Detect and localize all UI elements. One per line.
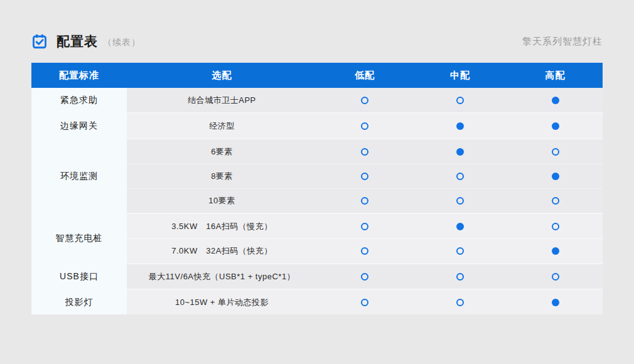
header-optional: 选配	[127, 63, 317, 88]
table-row: 10要素	[127, 188, 603, 213]
config-dot-empty-icon	[552, 273, 559, 281]
mid-config-cell	[412, 88, 508, 112]
series-label: 擎天系列智慧灯柱	[522, 36, 603, 48]
config-dot-empty-icon	[361, 173, 368, 180]
option-cell: 8要素	[127, 164, 317, 188]
config-dot-empty-icon	[361, 97, 368, 104]
table-group: USB接口最大11V/6A快充（USB*1 + typeC*1）	[31, 263, 603, 289]
option-cell: 3.5KW 16A扫码（慢充）	[127, 214, 317, 238]
table-group: 智慧充电桩3.5KW 16A扫码（慢充）7.0KW 32A扫码（快充）	[31, 213, 603, 263]
config-table: 配置标准 选配 低配 中配 高配 紧急求助结合城市卫士APP边缘网关经济型环境监…	[31, 63, 603, 314]
high-config-cell	[508, 214, 603, 238]
category-cell: 紧急求助	[31, 88, 127, 112]
table-row: 经济型	[127, 114, 603, 138]
table-row: 结合城市卫士APP	[127, 88, 603, 112]
config-dot-empty-icon	[456, 173, 464, 180]
option-cell: 7.0KW 32A扫码（快充）	[127, 239, 317, 263]
low-config-cell	[317, 114, 412, 138]
table-row: 3.5KW 16A扫码（慢充）	[127, 214, 603, 238]
config-dot-empty-icon	[361, 273, 368, 281]
mid-config-cell	[412, 290, 508, 314]
header-high-config: 高配	[508, 63, 603, 88]
category-cell: 环境监测	[31, 138, 127, 213]
header-config-standard: 配置标准	[31, 63, 127, 88]
config-dot-empty-icon	[456, 97, 464, 104]
group-rows: 经济型	[127, 114, 603, 138]
config-dot-filled-icon	[456, 122, 464, 130]
config-dot-filled-icon	[552, 247, 559, 255]
config-dot-filled-icon	[552, 299, 559, 306]
option-cell: 6要素	[127, 139, 317, 164]
mid-config-cell	[412, 264, 508, 289]
high-config-cell	[508, 139, 603, 164]
config-dot-empty-icon	[552, 223, 559, 230]
low-config-cell	[317, 164, 412, 188]
low-config-cell	[317, 139, 412, 164]
table-group: 环境监测6要素8要素10要素	[31, 138, 603, 213]
group-rows: 结合城市卫士APP	[127, 88, 603, 112]
high-config-cell	[508, 164, 603, 188]
low-config-cell	[317, 264, 412, 289]
table-header-row: 配置标准 选配 低配 中配 高配	[31, 63, 603, 88]
config-dot-empty-icon	[456, 299, 464, 306]
mid-config-cell	[412, 239, 508, 263]
high-config-cell	[508, 114, 603, 138]
group-rows: 3.5KW 16A扫码（慢充）7.0KW 32A扫码（快充）	[127, 214, 603, 263]
config-dot-empty-icon	[456, 247, 464, 255]
option-cell: 经济型	[127, 114, 317, 138]
low-config-cell	[317, 88, 412, 112]
low-config-cell	[317, 214, 412, 238]
table-body: 紧急求助结合城市卫士APP边缘网关经济型环境监测6要素8要素10要素智慧充电桩3…	[31, 88, 603, 314]
mid-config-cell	[412, 164, 508, 188]
group-rows: 10~15W + 单片动态投影	[127, 290, 603, 314]
table-group: 边缘网关经济型	[31, 112, 603, 138]
group-rows: 6要素8要素10要素	[127, 139, 603, 213]
category-cell: 边缘网关	[31, 112, 127, 138]
high-config-cell	[508, 290, 603, 314]
titlebar: 配置表 （续表） 擎天系列智慧灯柱	[31, 30, 603, 53]
config-dot-filled-icon	[552, 122, 559, 130]
high-config-cell	[508, 189, 603, 213]
mid-config-cell	[412, 114, 508, 138]
config-dot-empty-icon	[361, 247, 368, 255]
calendar-check-icon	[31, 33, 48, 50]
table-group: 投影灯10~15W + 单片动态投影	[31, 289, 603, 314]
config-dot-empty-icon	[361, 299, 368, 306]
table-row: 10~15W + 单片动态投影	[127, 290, 603, 314]
option-cell: 10~15W + 单片动态投影	[127, 290, 317, 314]
config-dot-empty-icon	[361, 197, 368, 205]
low-config-cell	[317, 239, 412, 263]
category-cell: 投影灯	[31, 289, 127, 314]
table-row: 最大11V/6A快充（USB*1 + typeC*1）	[127, 264, 603, 289]
group-rows: 最大11V/6A快充（USB*1 + typeC*1）	[127, 264, 603, 289]
page-title: 配置表	[56, 33, 98, 50]
option-cell: 结合城市卫士APP	[127, 88, 317, 112]
high-config-cell	[508, 239, 603, 263]
table-row: 7.0KW 32A扫码（快充）	[127, 238, 603, 263]
option-cell: 最大11V/6A快充（USB*1 + typeC*1）	[127, 264, 317, 289]
low-config-cell	[317, 290, 412, 314]
config-dot-filled-icon	[552, 97, 559, 104]
config-dot-empty-icon	[361, 148, 368, 156]
high-config-cell	[508, 88, 603, 112]
config-dot-filled-icon	[456, 223, 464, 230]
mid-config-cell	[412, 139, 508, 164]
mid-config-cell	[412, 189, 508, 213]
header-mid-config: 中配	[412, 63, 508, 88]
config-dot-empty-icon	[361, 122, 368, 130]
table-row: 8要素	[127, 164, 603, 188]
config-dot-empty-icon	[456, 273, 464, 281]
low-config-cell	[317, 189, 412, 213]
config-dot-empty-icon	[456, 197, 464, 205]
config-dot-empty-icon	[552, 148, 559, 156]
table-group: 紧急求助结合城市卫士APP	[31, 88, 603, 112]
table-row: 6要素	[127, 139, 603, 164]
config-dot-empty-icon	[552, 197, 559, 205]
config-dot-filled-icon	[456, 148, 464, 156]
header-low-config: 低配	[317, 63, 412, 88]
high-config-cell	[508, 264, 603, 289]
config-dot-empty-icon	[361, 223, 368, 230]
page-subtitle: （续表）	[103, 35, 141, 48]
mid-config-cell	[412, 214, 508, 238]
config-dot-filled-icon	[552, 173, 559, 180]
